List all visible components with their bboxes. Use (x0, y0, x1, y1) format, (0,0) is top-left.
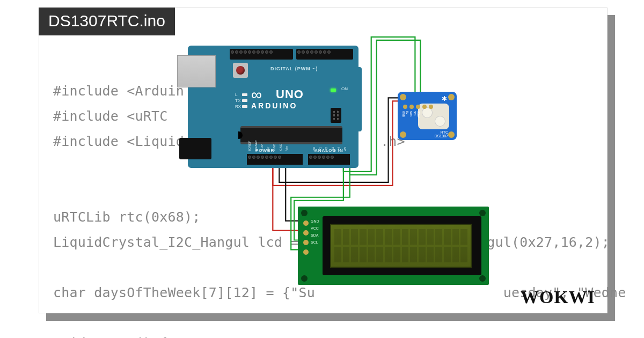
file-title: DS1307RTC.ino (39, 8, 175, 35)
code-line: #include <Arduin (53, 83, 184, 99)
code-line: .h> (380, 134, 405, 149)
wokwi-brand: WOKWI (521, 287, 595, 307)
code-line: iquidCrystal_I2C_Hangul(0x27,16,2); (323, 234, 610, 250)
code-line: uRTCLib rtc(0x68); (53, 209, 201, 225)
code-line: #include <uRTC (53, 108, 168, 124)
code-line: char daysOfTheWeek[7][12] = {"Su (53, 285, 315, 300)
code-line: LiquidCrystal_I2C_Hangul lcd = L (53, 234, 315, 250)
code-line: #include <Liquid (53, 134, 184, 149)
project-card: DS1307RTC.ino #include <Arduin #include … (39, 8, 608, 313)
code-line: void setup() { (53, 335, 168, 338)
